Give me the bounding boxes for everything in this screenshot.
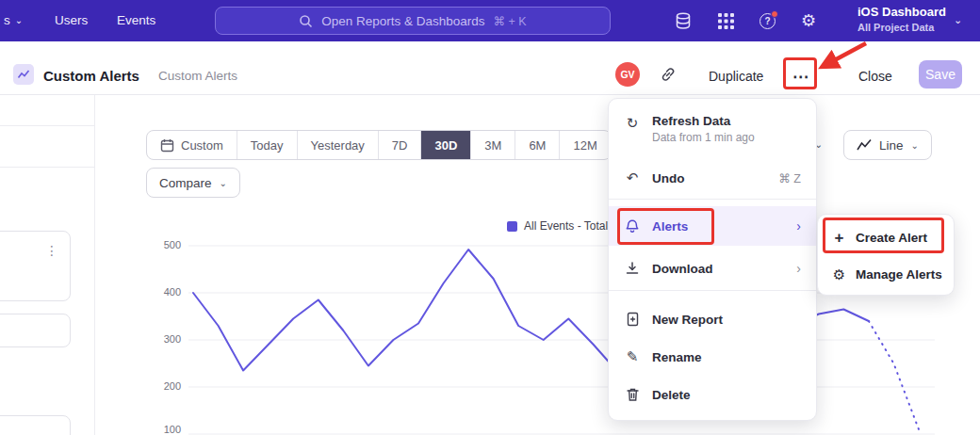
menu-item-label: Undo <box>652 171 685 185</box>
menu-item-shortcut: ⌘ Z <box>778 171 801 185</box>
pencil-icon: ✎ <box>624 348 641 365</box>
alerts-submenu: + Create Alert ⚙ Manage Alerts <box>817 214 955 296</box>
menu-item-label: Download <box>652 262 713 276</box>
y-axis-tick: 500 <box>149 239 181 250</box>
nav-item-events[interactable]: Events <box>117 13 155 27</box>
chevron-down-icon: ⌄ <box>911 140 919 151</box>
chevron-down-icon[interactable]: ⌄ <box>954 14 962 26</box>
avatar[interactable]: GV <box>615 62 640 87</box>
card-overflow-menu-icon[interactable]: ⋮ <box>45 243 58 258</box>
menu-item-new-report[interactable]: New Report <box>609 300 816 338</box>
alert-bell-icon <box>624 218 641 234</box>
nav-item-users[interactable]: Users <box>55 13 88 27</box>
chevron-down-icon: ⌄ <box>15 16 23 25</box>
compare-label: Compare <box>159 176 212 190</box>
global-search-input[interactable]: Open Reports & Dashboards ⌘ + K <box>215 7 611 35</box>
notification-dot <box>771 10 778 18</box>
trash-icon <box>624 387 641 402</box>
project-title: iOS Dashboard <box>858 5 946 19</box>
data-management-icon[interactable] <box>674 11 693 30</box>
dashboard-card[interactable] <box>0 231 71 301</box>
chart-series-line-projected <box>869 321 919 429</box>
menu-item-label: Alerts <box>652 219 688 234</box>
date-range-custom[interactable]: Custom <box>147 131 237 159</box>
search-icon <box>299 14 313 28</box>
date-range-12m[interactable]: 12M <box>559 131 610 159</box>
save-button[interactable]: Save <box>919 60 962 89</box>
legend-color-swatch <box>507 221 517 232</box>
help-icon[interactable]: ? <box>760 13 776 29</box>
dashboard-card[interactable] <box>0 415 71 435</box>
page-title: Custom Alerts <box>43 68 139 84</box>
chevron-right-icon: › <box>796 262 801 275</box>
submenu-item-label: Create Alert <box>856 231 927 245</box>
nav-item-label: s <box>4 13 10 27</box>
legend-label: All Events - Total <box>524 219 608 233</box>
chevron-down-icon: ⌄ <box>220 178 227 188</box>
line-chart-icon <box>857 138 872 152</box>
project-selector[interactable]: iOS Dashboard All Project Data <box>858 5 946 33</box>
menu-item-rename[interactable]: ✎ Rename <box>609 338 816 376</box>
chart-type-button[interactable]: Line ⌄ <box>843 130 932 160</box>
submenu-item-label: Manage Alerts <box>856 267 942 282</box>
menu-item-label: Refresh Data <box>652 114 755 128</box>
y-axis-tick: 200 <box>149 380 181 392</box>
date-range-30d[interactable]: 30D <box>420 131 470 159</box>
submenu-item-create-alert[interactable]: + Create Alert <box>818 219 954 255</box>
y-axis-tick: 100 <box>149 424 181 435</box>
segment-label: Yesterday <box>311 138 365 153</box>
breadcrumb[interactable]: Custom Alerts <box>158 69 237 83</box>
close-button[interactable]: Close <box>858 69 892 84</box>
search-shortcut-hint: ⌘ + K <box>494 14 527 28</box>
menu-item-text: Refresh Data Data from 1 min ago <box>652 114 755 144</box>
nav-icon-group: ? ⚙ <box>674 0 816 41</box>
submenu-item-manage-alerts[interactable]: ⚙ Manage Alerts <box>818 256 954 292</box>
segment-label: 12M <box>573 138 596 153</box>
menu-item-label: New Report <box>652 313 723 327</box>
y-axis-tick: 400 <box>149 286 181 298</box>
more-options-button[interactable]: ⋯ <box>788 64 814 89</box>
sidebar-divider <box>94 95 95 435</box>
menu-item-undo[interactable]: ↶ Undo ⌘ Z <box>609 159 816 197</box>
copy-link-icon[interactable] <box>660 66 677 87</box>
settings-gear-icon[interactable]: ⚙ <box>801 12 816 29</box>
apps-grid-icon[interactable] <box>718 13 734 29</box>
date-range-3m[interactable]: 3M <box>470 131 514 159</box>
app-screen: 500 400 300 200 100 All Events - Total ⋮… <box>0 0 980 435</box>
sidebar-row-divider <box>0 167 94 168</box>
menu-item-label: Delete <box>652 388 691 402</box>
sidebar-row-divider <box>0 125 94 126</box>
gear-icon: ⚙ <box>832 267 846 282</box>
refresh-icon: ↻ <box>624 115 641 132</box>
segment-label: 30D <box>434 138 457 153</box>
menu-item-download[interactable]: Download › <box>609 250 816 287</box>
duplicate-button[interactable]: Duplicate <box>709 69 763 84</box>
nav-item-label: Events <box>117 13 155 27</box>
report-header: Custom Alerts Custom Alerts GV Duplicate… <box>0 41 980 95</box>
dashboard-card[interactable] <box>0 314 71 347</box>
menu-item-refresh-data[interactable]: ↻ Refresh Data Data from 1 min ago <box>609 105 816 150</box>
report-type-icon <box>13 64 34 85</box>
date-range-7d[interactable]: 7D <box>378 131 421 159</box>
segment-label: Today <box>251 138 284 153</box>
date-range-6m[interactable]: 6M <box>514 131 559 159</box>
project-subtitle: All Project Data <box>858 22 946 33</box>
chevron-right-icon: › <box>796 219 801 233</box>
compare-button[interactable]: Compare ⌄ <box>146 168 240 198</box>
segment-label: Custom <box>181 138 223 153</box>
plus-icon: + <box>832 230 846 246</box>
segment-label: 7D <box>392 138 408 153</box>
search-placeholder: Open Reports & Dashboards <box>321 14 484 28</box>
y-axis-tick: 300 <box>149 333 181 345</box>
menu-divider <box>609 199 816 200</box>
nav-item-label: Users <box>55 13 88 27</box>
menu-item-delete[interactable]: Delete <box>609 376 816 413</box>
segment-label: 3M <box>484 138 501 153</box>
new-report-icon <box>624 312 641 327</box>
chart-legend-item[interactable]: All Events - Total <box>507 219 608 233</box>
menu-divider <box>609 290 816 291</box>
menu-item-alerts[interactable]: Alerts › <box>609 206 816 246</box>
date-range-today[interactable]: Today <box>237 131 297 159</box>
nav-item-truncated[interactable]: s ⌄ <box>4 13 23 27</box>
date-range-yesterday[interactable]: Yesterday <box>297 131 378 159</box>
